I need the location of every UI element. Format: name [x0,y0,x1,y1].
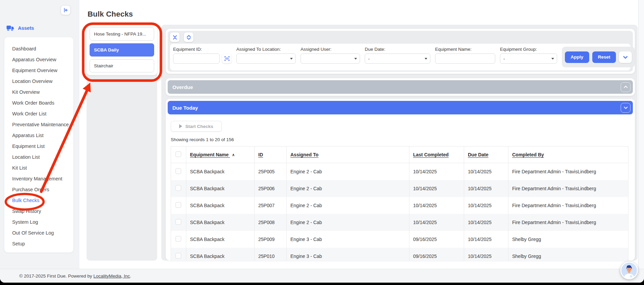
table-cell: 25P005 [255,163,287,180]
chevron-up-icon [623,84,628,90]
sidebar-item-preventative-maintenance[interactable]: Preventative Maintenance [12,119,73,130]
select-caret-icon [354,58,357,60]
table-cell: 10/14/2025 [464,231,508,248]
equipment-name-input[interactable] [435,53,495,64]
row-checkbox[interactable] [175,236,181,242]
sidebar-item-inventory-management[interactable]: Inventory Management [12,173,73,184]
select-all-checkbox[interactable] [175,151,181,157]
sidebar-item-equipment-overview[interactable]: Equipment Overview [12,65,73,76]
overdue-title: Overdue [172,84,193,90]
sidebar-item-system-log[interactable]: System Log [12,217,73,227]
chevron-down-icon [623,105,628,110]
table-row: SCBA Backpack25P008Engine 2 - Cab10/14/2… [171,214,628,231]
sidebar-item-location-list[interactable]: Location List [12,152,73,162]
sort-asc-icon: ∧ [232,153,235,157]
row-checkbox[interactable] [175,185,181,191]
play-icon [179,124,182,128]
table-cell: 10/14/2025 [464,248,508,261]
table-cell: 10/14/2025 [409,214,464,231]
column-header-id[interactable]: ID [255,147,287,163]
expand-all-sections-button[interactable] [184,32,193,42]
equipment-group-select[interactable]: - [500,53,557,64]
filter-field-equipment-id: Equipment ID: [173,47,232,64]
assigned-to-location-select[interactable] [236,53,296,64]
collapse-left-icon [63,7,68,13]
filter-field-assigned-user: Assigned User: [301,47,360,64]
sidebar-nav: DashboardApparatus OverviewEquipment Ove… [4,37,73,253]
start-checks-button[interactable]: Start Checks [171,121,222,132]
table-cell: Fire Department Admin - TravisLindberg [508,197,628,214]
barcode-scan-button[interactable] [222,54,232,63]
filter-label: Assigned User: [301,47,360,52]
more-filters-button[interactable] [619,51,632,63]
table-cell: 25P007 [255,197,287,214]
column-header-completed-by[interactable]: Completed By [508,147,628,163]
page-scrollbar[interactable] [638,0,644,269]
table-cell: SCBA Backpack [186,231,255,248]
equipment-id-input[interactable] [173,53,220,64]
row-checkbox[interactable] [175,202,181,208]
due-today-section: Due Today Start Checks Showing records 1… [166,99,635,261]
column-header-assigned-to[interactable]: Assigned To [287,147,409,163]
column-header-equipment-name[interactable]: Equipment Name ∧ [186,147,255,163]
check-type-stairchair[interactable]: Stairchair [90,59,154,72]
collapse-all-sections-button[interactable] [170,32,180,42]
column-header-due-date[interactable]: Due Date [464,147,508,163]
row-checkbox[interactable] [175,253,181,259]
sidebar-section-header: Assets [6,25,34,31]
table-cell: 10/14/2025 [409,197,464,214]
sidebar-item-kit-list[interactable]: Kit List [12,162,73,173]
support-chat-avatar[interactable] [620,262,638,279]
sidebar-collapse-button[interactable] [61,5,70,15]
due-today-table: Equipment Name ∧IDAssigned ToLast Comple… [171,146,628,261]
table-cell: SCBA Backpack [186,180,255,197]
select-caret-icon [290,58,293,60]
table-cell: Fire Department Admin - TravisLindberg [508,163,628,180]
sidebar-item-dashboard[interactable]: Dashboard [12,43,73,54]
table-row: SCBA Backpack25P007Engine 2 - Cab10/14/2… [171,197,628,214]
table-row: SCBA Backpack25P006Engine 2 - Cab10/14/2… [171,180,628,197]
select-caret-icon [551,58,554,60]
expand-vertical-icon [186,35,192,40]
assigned-user-select[interactable] [301,53,360,64]
filter-label: Equipment Name: [435,47,495,52]
overdue-expand-button[interactable] [621,82,630,92]
sidebar-item-apparatus-overview[interactable]: Apparatus Overview [12,54,73,65]
table-cell: 09/16/2025 [409,248,464,261]
sidebar-item-kit-overview[interactable]: Kit Overview [12,87,73,97]
sidebar-item-work-order-boards[interactable]: Work Order Boards [12,97,73,108]
filter-field-equipment-name: Equipment Name: [435,47,495,64]
overdue-header[interactable]: Overdue [168,80,633,94]
due-date-select[interactable]: - [365,53,430,64]
sidebar-item-out-of-service-log[interactable]: Out Of Service Log [12,227,73,238]
apply-button[interactable]: Apply [565,51,589,63]
table-cell: 10/14/2025 [464,180,508,197]
column-header-last-completed[interactable]: Last Completed [409,147,464,163]
check-type-scba-daily[interactable]: SCBA Daily [90,43,154,57]
filter-field-due-date: Due Date:- [365,47,430,64]
filter-inner: Equipment ID:Assigned To Location:Assign… [168,31,633,72]
table-cell: Engine 2 - Cab [287,180,409,197]
sidebar-item-bulk-checks[interactable]: Bulk Checks [12,195,73,206]
sidebar-item-swap-history[interactable]: Swap History [12,206,73,217]
row-checkbox[interactable] [175,168,181,174]
due-today-header[interactable]: Due Today [168,101,633,114]
sidebar-item-location-overview[interactable]: Location Overview [12,76,73,87]
check-type-hose-testing-nfpa-19[interactable]: Hose Testing - NFPA 19... [90,27,154,41]
filter-actions-group: Apply Reset [562,47,635,67]
sidebar-item-work-order-list[interactable]: Work Order List [12,108,73,119]
sidebar-item-purchase-orders[interactable]: Purchase Orders [12,184,73,195]
sidebar-item-equipment-list[interactable]: Equipment List [12,141,73,152]
localitymedia-link[interactable]: LocalityMedia, Inc [93,273,130,279]
due-today-collapse-button[interactable] [621,103,630,113]
reset-button[interactable]: Reset [592,51,616,63]
sidebar-item-setup[interactable]: Setup [12,238,73,249]
row-checkbox[interactable] [175,219,181,225]
table-cell: SCBA Backpack [186,248,255,261]
table-cell: Engine 3 - Cab [287,231,409,248]
table-row: SCBA Backpack25P009Engine 3 - Cab09/16/2… [171,231,628,248]
collapse-vertical-icon [172,35,178,40]
filter-card: Equipment ID:Assigned To Location:Assign… [166,29,635,74]
select-caret-icon [425,58,427,60]
sidebar-item-apparatus-list[interactable]: Apparatus List [12,130,73,141]
